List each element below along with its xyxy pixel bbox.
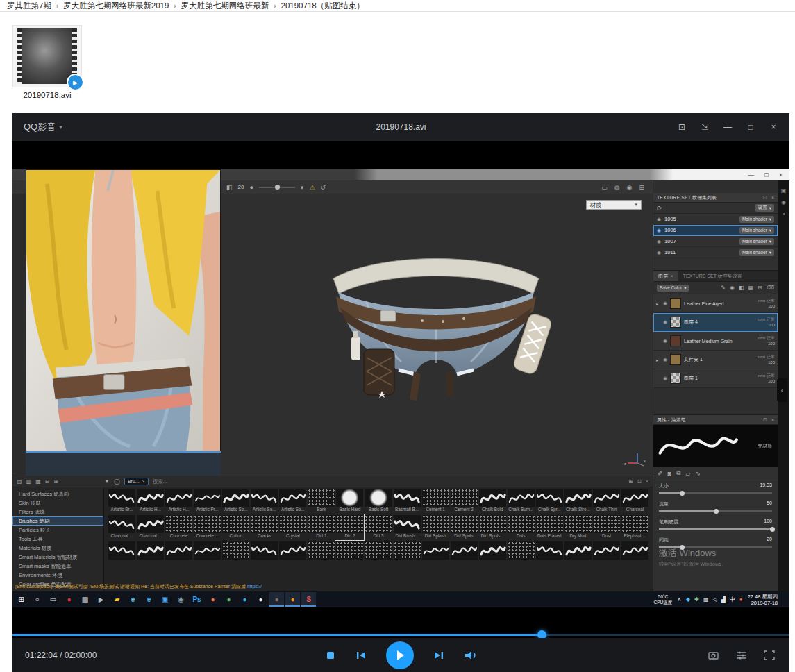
video-file-thumbnail[interactable]: ▶	[12, 25, 82, 87]
display-settings-icon[interactable]: ⊞	[639, 184, 644, 191]
history-dock-icon[interactable]: ◔	[782, 211, 785, 217]
brush-item[interactable]: Basic Soft	[365, 489, 392, 513]
app-blue-icon[interactable]: ●	[237, 592, 252, 607]
playlist-settings-button[interactable]	[735, 650, 748, 661]
slider-handle[interactable]	[770, 527, 775, 532]
shelf-category[interactable]: Environments 环境	[12, 571, 103, 580]
file-explorer-icon[interactable]: ▰	[110, 592, 124, 607]
recorded-maximize-button[interactable]: □	[764, 171, 768, 178]
breadcrumb-item[interactable]: 20190718（贴图结束）	[281, 1, 365, 11]
brush-tool-icon[interactable]: ▱	[685, 470, 690, 477]
brush-item[interactable]	[137, 541, 164, 566]
1007[interactable]: ◉ 1007 Main shader ▾	[653, 236, 778, 247]
video-display-area[interactable]: — □ × ◧ 20 ● ▾ ⚠ ↺ ▭◍◉⊞	[12, 141, 789, 631]
folder-expand-icon[interactable]: ▸	[656, 301, 660, 306]
brush-item[interactable]: Concrete ...	[194, 515, 221, 539]
brush-item[interactable]: Elephant ...	[621, 515, 648, 539]
maximize-button[interactable]: □	[746, 122, 755, 132]
brush-item[interactable]: Chalk Bum...	[508, 489, 535, 513]
float-panel-icon[interactable]: ⊡	[763, 195, 767, 201]
brush-item[interactable]	[251, 541, 278, 566]
parameter-slider[interactable]	[659, 510, 772, 512]
network-tray-icon[interactable]: ▟	[721, 596, 726, 603]
grid-view-icon[interactable]: ⊞	[628, 478, 633, 485]
Leather Medium Grain[interactable]: ▸ ◉ Leather Medium Grain nrm 正常 100	[653, 332, 778, 351]
brush-item[interactable]	[222, 541, 249, 566]
reference-photo-window[interactable]	[26, 169, 221, 451]
minimize-button[interactable]: —	[723, 122, 733, 132]
recorded-close-button[interactable]: ×	[779, 171, 783, 178]
brush-item[interactable]: Dots	[508, 515, 535, 539]
文件夹 1[interactable]: ▸ ◉ 文件夹 1 nrm 正常 100	[653, 351, 778, 369]
brush-item[interactable]: Charcoal ...	[137, 515, 164, 539]
tab-layers[interactable]: 图层 ×	[653, 271, 678, 281]
brush-item[interactable]: Cement 1	[422, 489, 449, 513]
图层 1[interactable]: ▸ ◉ 图层 1 nrm 正常 100	[653, 369, 778, 388]
parameter-slider[interactable]	[659, 528, 772, 530]
float-panel-icon[interactable]: ⊡	[637, 479, 642, 485]
brush-item[interactable]	[564, 541, 592, 566]
brush-item[interactable]: Concrete	[165, 515, 192, 539]
visibility-eye-icon[interactable]: ◉	[657, 217, 661, 222]
warning-icon[interactable]: ⚠	[309, 184, 315, 191]
brush-parameter[interactable]: 流量 50	[653, 498, 778, 516]
brush-item[interactable]: Artistic So...	[251, 489, 278, 513]
shelf-category[interactable]: Skin 皮肤	[12, 498, 103, 507]
brush-item[interactable]: Bark	[308, 489, 335, 513]
tab-texture-set-settings[interactable]: TEXTURE SET 纹理集设置	[678, 271, 747, 281]
bluetooth-tray-icon[interactable]: ◆	[686, 596, 690, 603]
shelf-category[interactable]: Tools 工具	[12, 535, 103, 544]
texture-set-settings-dropdown[interactable]: 设置 ▾	[755, 204, 774, 212]
palette-dock-icon[interactable]: ◉	[781, 199, 786, 205]
brush-item[interactable]	[621, 541, 648, 566]
brush-item[interactable]	[451, 541, 478, 566]
shelf-category[interactable]: Smart masks 智能遮罩	[12, 562, 103, 571]
brush-item[interactable]	[593, 541, 620, 566]
3d-viewport[interactable]: 材质 ▾	[221, 194, 653, 476]
brush-item[interactable]	[108, 541, 135, 566]
shelf-category[interactable]: Particles 粒子	[12, 526, 103, 535]
brush-item[interactable]	[536, 541, 563, 566]
shelf-category[interactable]: Smart Materials 智能材质	[12, 553, 103, 562]
shelf-category[interactable]: Hard Surfaces 硬表面	[12, 489, 103, 498]
ie-browser-icon[interactable]: e	[126, 592, 140, 607]
snapshot-button[interactable]	[708, 650, 720, 661]
shelf-category[interactable]: Materials 材质	[12, 544, 103, 553]
close-tab-icon[interactable]: ×	[671, 274, 673, 278]
taskbar-clock[interactable]: 22:48 星期四 2019-07-18	[748, 594, 778, 606]
brush-item[interactable]: Crystal	[279, 515, 306, 539]
brush-item[interactable]: Chalk Thin	[593, 489, 620, 513]
chevron-down-icon[interactable]: ▾	[301, 184, 304, 191]
shelf-toolbar-icon[interactable]: ▦	[35, 478, 41, 485]
close-button[interactable]: ×	[769, 122, 778, 132]
visibility-eye-icon[interactable]: ◉	[663, 301, 667, 306]
close-panel-icon[interactable]: ×	[771, 417, 774, 423]
filter-tag[interactable]: Bru... ×	[124, 478, 149, 485]
start-button[interactable]: ⊞	[14, 592, 28, 607]
brush-item[interactable]: Cracks	[251, 515, 278, 539]
layer-toolbar-icon[interactable]: ⌫	[767, 285, 774, 291]
brush-item[interactable]: Dust	[593, 515, 620, 539]
brush-item[interactable]: Artistic So...	[222, 489, 249, 513]
app-menu-button[interactable]: QQ影音 ▾	[24, 121, 62, 133]
slider-handle[interactable]	[714, 509, 719, 514]
visibility-eye-icon[interactable]: ◉	[657, 239, 661, 244]
brush-item[interactable]	[508, 541, 535, 566]
brush-size-icon[interactable]: ◧	[226, 184, 233, 191]
brush-item[interactable]	[336, 541, 363, 566]
layer-toolbar-icon[interactable]: ✎	[721, 285, 726, 291]
parameter-slider[interactable]	[659, 492, 772, 494]
next-button[interactable]	[433, 650, 445, 661]
save-color-dropdown[interactable]: Save Color ▾	[657, 285, 689, 292]
status-link[interactable]: https://	[247, 584, 262, 589]
shelf-toolbar-icon[interactable]: ⊞	[53, 478, 58, 485]
netease-music-icon[interactable]: ●	[62, 592, 76, 607]
monitor-dock-icon[interactable]: ▣	[781, 187, 787, 194]
camera-view-icon[interactable]: ◉	[627, 184, 633, 191]
firefox-browser-icon[interactable]: ●	[206, 592, 220, 607]
capture-icon[interactable]: ⊡	[677, 122, 687, 132]
breadcrumb-item[interactable]: 罗大胜第七期网络班最新	[181, 1, 269, 11]
photoshop-icon[interactable]: Ps	[190, 592, 204, 607]
brush-item[interactable]: Chalk Spr...	[536, 489, 563, 513]
mini-mode-icon[interactable]: ⇲	[700, 122, 710, 132]
